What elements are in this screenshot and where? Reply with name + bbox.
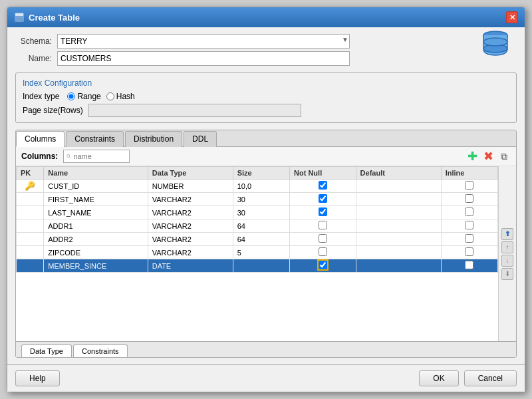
help-button[interactable]: Help	[15, 370, 60, 386]
cell-notnull	[290, 219, 356, 233]
copy-column-button[interactable]: ⧉	[497, 150, 511, 163]
hash-radio-label: Hash	[116, 92, 135, 101]
name-row: Name:	[15, 51, 517, 66]
hash-radio-item: Hash	[106, 92, 135, 101]
cell-size: 30	[233, 206, 289, 219]
index-type-label: Index type	[23, 92, 59, 101]
columns-search-input[interactable]	[73, 152, 126, 160]
cell-inline	[441, 219, 497, 233]
inline-checkbox[interactable]	[465, 181, 473, 190]
cell-size: 10,0	[233, 180, 289, 193]
notnull-checkbox[interactable]	[319, 247, 327, 256]
name-label: Name:	[15, 54, 52, 63]
tab-content-columns: Columns: ✚ ✖ ⧉	[16, 147, 516, 357]
move-bottom-button[interactable]: ⬇	[501, 268, 513, 280]
index-config-legend[interactable]: Index Configuration	[23, 78, 509, 88]
close-button[interactable]: ✕	[506, 11, 518, 23]
inline-checkbox[interactable]	[465, 194, 473, 203]
bottom-tab-constraints[interactable]: Constraints	[73, 344, 128, 357]
table-row[interactable]: 🔑CUST_IDNUMBER10,0	[17, 180, 498, 193]
range-radio-item: Range	[67, 92, 100, 101]
index-config-section: Index Configuration Index type Range Has…	[15, 72, 517, 123]
columns-toolbar: Columns: ✚ ✖ ⧉	[16, 147, 516, 166]
range-radio-label: Range	[77, 92, 100, 101]
bottom-tabs: Data Type Constraints	[16, 341, 516, 357]
inline-checkbox[interactable]	[465, 247, 473, 256]
notnull-checkbox[interactable]	[319, 234, 327, 243]
tab-constraints[interactable]: Constraints	[66, 131, 124, 147]
footer-right-buttons: OK Cancel	[419, 370, 517, 386]
notnull-checkbox[interactable]	[319, 181, 327, 190]
index-type-radio-group: Range Hash	[67, 92, 134, 101]
inline-checkbox[interactable]	[465, 234, 473, 243]
col-header-inline: Inline	[441, 167, 497, 180]
cell-notnull	[290, 233, 356, 246]
bottom-tab-datatype[interactable]: Data Type	[21, 344, 72, 357]
table-row[interactable]: ADDR2VARCHAR264	[17, 233, 498, 246]
svg-line-6	[70, 157, 71, 158]
inline-checkbox[interactable]	[465, 261, 473, 269]
cell-default	[356, 219, 441, 233]
cell-datatype: NUMBER	[148, 180, 233, 193]
cancel-button[interactable]: Cancel	[464, 370, 517, 386]
cell-datatype: VARCHAR2	[148, 233, 233, 246]
dialog-body: Schema: TERRY ▼ Name: Index Configuratio…	[7, 27, 525, 364]
table-row[interactable]: FIRST_NAMEVARCHAR230	[17, 193, 498, 206]
cell-name: CUST_ID	[44, 180, 148, 193]
move-up-button[interactable]: ↑	[501, 241, 513, 253]
table-container: PK Name Data Type Size Not Null Default …	[16, 166, 516, 341]
key-icon: 🔑	[25, 181, 35, 191]
tab-columns[interactable]: Columns	[16, 131, 65, 147]
move-top-button[interactable]: ⬆	[501, 228, 513, 240]
hash-radio[interactable]	[106, 92, 114, 100]
tab-ddl[interactable]: DDL	[184, 131, 217, 147]
cell-size: 5	[233, 246, 289, 259]
notnull-checkbox[interactable]	[319, 261, 327, 269]
database-icon	[479, 29, 511, 61]
cell-size: 30	[233, 193, 289, 206]
col-header-datatype: Data Type	[148, 167, 233, 180]
table-row[interactable]: ADDR1VARCHAR264	[17, 219, 498, 233]
notnull-checkbox[interactable]	[319, 194, 327, 203]
cell-datatype: VARCHAR2	[148, 246, 233, 259]
cell-pk	[17, 193, 44, 206]
cell-pk	[17, 219, 44, 233]
schema-select[interactable]: TERRY	[57, 34, 350, 49]
cell-pk	[17, 206, 44, 219]
range-radio[interactable]	[67, 92, 75, 100]
ok-button[interactable]: OK	[419, 370, 458, 386]
cell-size	[233, 259, 289, 273]
table-area: PK Name Data Type Size Not Null Default …	[16, 166, 498, 341]
col-header-default: Default	[356, 167, 441, 180]
add-column-button[interactable]: ✚	[466, 150, 479, 163]
notnull-checkbox[interactable]	[319, 207, 327, 216]
cell-default	[356, 233, 441, 246]
columns-table: PK Name Data Type Size Not Null Default …	[16, 166, 498, 273]
remove-column-button[interactable]: ✖	[481, 150, 495, 163]
cell-pk	[17, 259, 44, 273]
col-header-size: Size	[233, 167, 289, 180]
cell-default	[356, 246, 441, 259]
inline-checkbox[interactable]	[465, 207, 473, 216]
cell-pk	[17, 246, 44, 259]
dialog-icon	[14, 12, 25, 23]
cell-name: ZIPCODE	[44, 246, 148, 259]
name-input[interactable]	[57, 51, 350, 66]
svg-point-5	[67, 154, 70, 157]
cell-inline	[441, 193, 497, 206]
cell-notnull	[290, 206, 356, 219]
cell-datatype: VARCHAR2	[148, 193, 233, 206]
inline-checkbox[interactable]	[465, 221, 473, 229]
table-row[interactable]: MEMBER_SINCEDATE	[17, 259, 498, 273]
tab-distribution[interactable]: Distribution	[125, 131, 182, 147]
table-row[interactable]: LAST_NAMEVARCHAR230	[17, 206, 498, 219]
move-down-button[interactable]: ↓	[501, 255, 513, 267]
cell-datatype: VARCHAR2	[148, 206, 233, 219]
col-header-notnull: Not Null	[290, 167, 356, 180]
notnull-checkbox[interactable]	[319, 221, 327, 229]
cell-inline	[441, 180, 497, 193]
page-size-input[interactable]	[88, 104, 301, 117]
cell-name: LAST_NAME	[44, 206, 148, 219]
table-row[interactable]: ZIPCODEVARCHAR25	[17, 246, 498, 259]
cell-default	[356, 193, 441, 206]
